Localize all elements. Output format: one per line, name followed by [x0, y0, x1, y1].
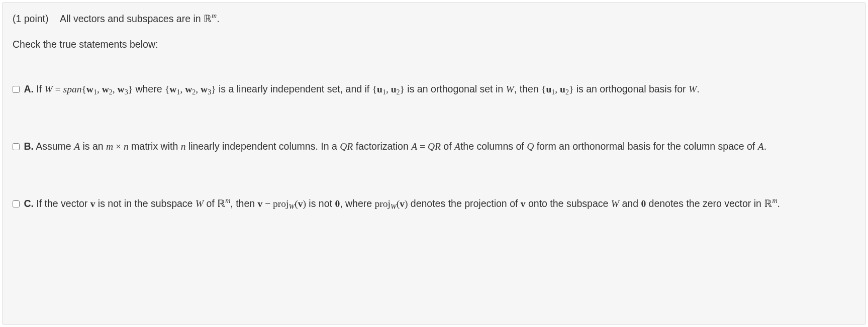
option-a-label: A.	[24, 83, 34, 94]
option-b: B. Assume A is an m × n matrix with n li…	[13, 139, 855, 154]
checkbox-a[interactable]	[13, 86, 20, 93]
problem-container: (1 point) All vectors and subspaces are …	[2, 2, 866, 325]
option-c-label: C.	[24, 198, 34, 209]
points-label: (1 point)	[13, 13, 49, 24]
option-a: A. If W = span{w1, w2, w3} where {w1, w2…	[13, 82, 855, 96]
option-c: C. If the vector v is not in the subspac…	[13, 196, 855, 211]
option-c-text: If the vector v is not in the subspace W…	[34, 198, 780, 209]
context-text: All vectors and subspaces are in ℝm.	[60, 13, 220, 24]
problem-header: (1 point) All vectors and subspaces are …	[13, 12, 855, 26]
option-a-text: If W = span{w1, w2, w3} where {w1, w2, w…	[34, 83, 700, 94]
checkbox-c[interactable]	[13, 200, 20, 207]
option-b-label: B.	[24, 141, 34, 152]
checkbox-b[interactable]	[13, 143, 20, 150]
option-b-text: Assume A is an m × n matrix with n linea…	[34, 141, 766, 152]
instruction-text: Check the true statements below:	[13, 37, 855, 51]
